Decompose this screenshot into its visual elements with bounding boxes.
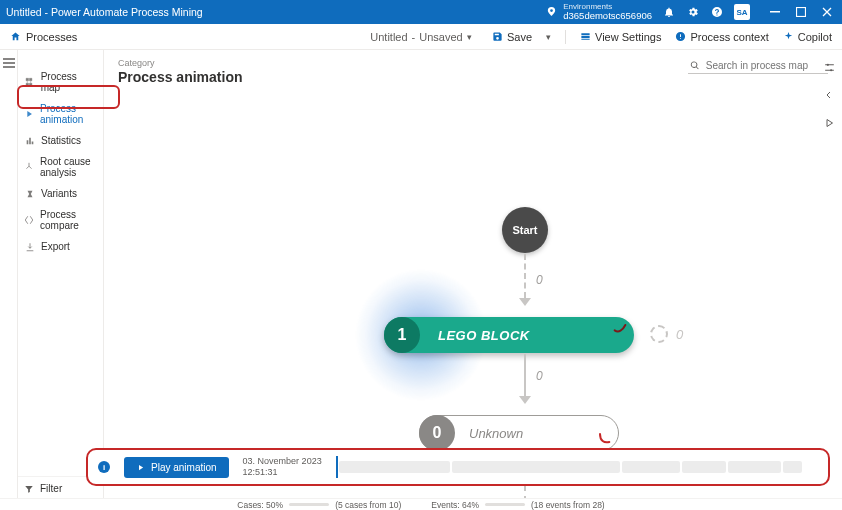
search-icon xyxy=(690,60,700,71)
edge-start-lego xyxy=(524,254,526,298)
search-box[interactable] xyxy=(688,58,828,74)
save-button[interactable]: Save xyxy=(492,31,532,43)
svg-point-2 xyxy=(826,63,828,65)
variants-icon xyxy=(24,189,35,199)
filter-icon xyxy=(24,484,34,494)
page-title: Process animation xyxy=(118,69,243,85)
timeline-segment xyxy=(622,461,680,473)
environment-icon xyxy=(545,6,557,17)
home-icon xyxy=(10,31,21,42)
timeline-cursor[interactable] xyxy=(336,456,338,478)
minimize-button[interactable] xyxy=(766,3,784,21)
doc-state: Unsaved xyxy=(419,31,462,43)
lego-indicator-icon xyxy=(612,321,628,337)
environment-label: Environments xyxy=(563,3,652,11)
nav-process-compare[interactable]: Process compare xyxy=(18,204,103,236)
title-bar: Untitled - Power Automate Process Mining… xyxy=(0,0,842,24)
environment-name: d365demotsc656906 xyxy=(563,11,652,21)
compare-icon xyxy=(24,215,34,225)
root-icon xyxy=(24,162,34,172)
info-icon[interactable]: i xyxy=(98,461,110,473)
app-title: Untitled - Power Automate Process Mining xyxy=(6,6,203,18)
timeline-segment xyxy=(682,461,725,473)
timeline-segment xyxy=(452,461,621,473)
context-icon xyxy=(675,31,686,42)
svg-point-3 xyxy=(830,69,832,71)
user-avatar[interactable]: SA xyxy=(734,4,750,20)
environment-picker[interactable]: Environments d365demotsc656906 xyxy=(545,3,652,21)
breadcrumb-label: Processes xyxy=(26,31,77,43)
hamburger-icon[interactable] xyxy=(3,58,15,68)
timeline-segment xyxy=(339,461,450,473)
play-icon xyxy=(136,463,145,472)
svg-rect-1 xyxy=(797,8,806,17)
lego-count: 1 xyxy=(384,317,420,353)
save-chevron-icon[interactable]: ▾ xyxy=(546,32,551,42)
start-node[interactable]: Start xyxy=(502,207,548,253)
view-icon xyxy=(580,31,591,42)
save-icon xyxy=(492,31,503,42)
status-bar: Cases: 50% (5 cases from 10) Events: 64%… xyxy=(0,498,842,510)
arrowhead-icon xyxy=(519,396,531,404)
edge-lego-unk xyxy=(524,354,526,396)
export-icon xyxy=(24,242,35,252)
maximize-button[interactable] xyxy=(792,3,810,21)
map-icon xyxy=(24,77,35,87)
left-rail xyxy=(0,50,18,498)
loop-icon xyxy=(650,325,668,343)
timeline-segment xyxy=(783,461,802,473)
edge-count-2: 0 xyxy=(536,369,543,383)
cases-stat: Cases: 50% (5 cases from 10) xyxy=(237,500,401,510)
canvas: Category Process animation Start 0 1 xyxy=(104,50,842,498)
nav-export[interactable]: Export xyxy=(18,236,103,257)
unknown-indicator-icon xyxy=(596,430,612,446)
nav-root-cause[interactable]: Root cause analysis xyxy=(18,151,103,183)
search-input[interactable] xyxy=(706,60,826,71)
lego-activity[interactable]: 1 LEGO BLOCK xyxy=(384,317,634,353)
nav-process-map[interactable]: Process map xyxy=(18,66,103,98)
stats-icon xyxy=(24,136,35,146)
copilot-button[interactable]: Copilot xyxy=(783,31,832,43)
close-button[interactable] xyxy=(818,3,836,21)
animation-timeline[interactable] xyxy=(336,458,818,476)
unknown-activity[interactable]: 0 Unknown xyxy=(419,415,619,451)
category-label: Category xyxy=(118,58,243,68)
svg-rect-0 xyxy=(770,11,780,13)
home-breadcrumb[interactable]: Processes xyxy=(10,31,77,43)
view-settings-button[interactable]: View Settings xyxy=(580,31,661,43)
sliders-icon[interactable] xyxy=(822,60,836,74)
settings-icon[interactable] xyxy=(686,5,700,19)
chevron-down-icon[interactable]: ▾ xyxy=(467,32,472,42)
events-stat: Events: 64% (18 events from 28) xyxy=(431,500,604,510)
doc-name: Untitled xyxy=(370,31,407,43)
timeline-segment xyxy=(728,461,781,473)
nav-statistics[interactable]: Statistics xyxy=(18,130,103,151)
unknown-label: Unknown xyxy=(469,426,523,441)
animation-play-bar-highlight: i Play animation 03. November 2023 12:51… xyxy=(86,448,830,486)
process-diagram[interactable]: Start 0 1 LEGO BLOCK 0 0 0 xyxy=(104,89,842,498)
edge-count-1: 0 xyxy=(536,273,543,287)
nav-variants[interactable]: Variants xyxy=(18,183,103,204)
process-context-button[interactable]: Process context xyxy=(675,31,768,43)
unknown-count: 0 xyxy=(419,415,455,451)
copilot-icon xyxy=(783,31,794,42)
arrowhead-icon xyxy=(519,298,531,306)
play-icon xyxy=(24,109,34,119)
command-bar: Processes Untitled - Unsaved ▾ Save ▾ Vi… xyxy=(0,24,842,50)
side-nav: Process map Process animation Statistics… xyxy=(18,50,104,498)
self-loop-count: 0 xyxy=(650,325,683,343)
lego-label: LEGO BLOCK xyxy=(438,328,530,343)
play-animation-button[interactable]: Play animation xyxy=(124,457,229,478)
notifications-icon[interactable] xyxy=(662,5,676,19)
nav-process-animation[interactable]: Process animation xyxy=(18,98,103,130)
animation-timestamp: 03. November 2023 12:51:31 xyxy=(243,456,322,478)
help-icon[interactable] xyxy=(710,5,724,19)
